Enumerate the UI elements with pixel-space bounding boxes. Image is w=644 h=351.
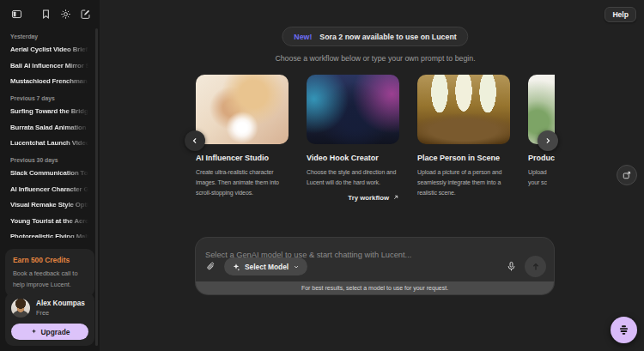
workflow-card-place-person-in-scene[interactable]: Place Person in Scene Upload a picture o… [417, 75, 510, 202]
history-item[interactable]: Aerial Cyclist Video Brief [10, 45, 91, 53]
sparkle-icon [30, 328, 38, 336]
select-model-dropdown[interactable]: Select Model [224, 257, 307, 275]
workflow-description: Create ultra-realistic character images.… [196, 167, 289, 197]
model-sparkle-icon [232, 263, 240, 271]
composer-hint: For best results, select a model to use … [196, 281, 554, 294]
history-item[interactable]: Visual Remake Style Options [10, 201, 91, 209]
chevron-down-icon [293, 263, 300, 270]
arrow-up-icon [531, 262, 541, 272]
history-section-label: Previous 30 days [10, 157, 91, 163]
history-item[interactable]: Bali AI Influencer Mirror Selfie [10, 62, 91, 70]
bookmark-icon [40, 9, 52, 20]
workflow-title: AI Influencer Studio [196, 154, 289, 162]
page-subtitle: Choose a workflow below or type your own… [196, 54, 555, 63]
composer-toolbar: Select Model [204, 256, 546, 277]
popout-button[interactable] [617, 165, 637, 185]
composer-input-area: Select Model [196, 238, 554, 281]
upgrade-label: Upgrade [41, 328, 70, 336]
attach-file-button[interactable] [204, 261, 216, 273]
content-column: New! Sora 2 now available to use on Luce… [196, 0, 555, 351]
history-item[interactable]: Lucentchat Launch Video Fra [10, 139, 91, 147]
carousel-next-button[interactable] [538, 130, 558, 151]
workflow-card-video-hook-creator[interactable]: Video Hook Creator Choose the style and … [307, 75, 399, 202]
earn-credits-title: Earn 500 Credits [13, 256, 87, 264]
new-badge: New! [294, 33, 312, 41]
announcement-text: Sora 2 now available to use on Lucent [319, 33, 456, 41]
history-item[interactable]: Surfing Toward the Bridge [10, 107, 91, 115]
history-item[interactable]: Young Tourist at the Acropoli [10, 217, 91, 225]
main-area: Help New! Sora 2 now available to use on… [100, 0, 644, 351]
announcement-banner[interactable]: New! Sora 2 now available to use on Luce… [282, 27, 468, 46]
sidebar-toggle-button[interactable] [10, 8, 22, 20]
select-model-label: Select Model [245, 263, 289, 271]
history-item[interactable]: Photorealistic Flying Maltese [10, 233, 91, 238]
voice-input-button[interactable] [505, 261, 517, 273]
try-workflow-label: Try workflow [348, 194, 389, 202]
workflow-description: Upload your sc [528, 167, 555, 188]
workflow-card-ai-influencer-studio[interactable]: AI Influencer Studio Create ultra-realis… [196, 75, 289, 202]
new-chat-button[interactable] [79, 8, 91, 20]
paperclip-icon [205, 261, 216, 272]
workflow-image-video-hook [307, 75, 399, 144]
chevron-left-icon [191, 136, 199, 145]
carousel-prev-button[interactable] [185, 130, 205, 151]
try-workflow-link[interactable]: Try workflow [307, 194, 399, 202]
workflow-description: Upload a picture of a person and seamles… [417, 167, 510, 197]
chat-history-list: Yesterday Aerial Cyclist Video Brief Bal… [0, 23, 100, 238]
sidebar-scrollbar[interactable] [95, 28, 98, 346]
avatar [11, 299, 30, 318]
workflow-title: Produc [528, 154, 555, 162]
external-link-icon [622, 170, 632, 180]
upgrade-button[interactable]: Upgrade [11, 324, 88, 340]
workflow-title: Place Person in Scene [417, 154, 510, 162]
chevron-right-icon [544, 136, 552, 145]
bookmarks-button[interactable] [39, 8, 52, 20]
workflow-image-influencer [196, 75, 289, 144]
sidebar-header [0, 0, 100, 23]
carousel-track: AI Influencer Studio Create ultra-realis… [196, 75, 555, 202]
history-item[interactable]: Burrata Salad Animation Requ [10, 124, 91, 131]
support-chat-button[interactable] [611, 317, 637, 343]
help-button[interactable]: Help [605, 7, 636, 22]
send-button[interactable] [525, 256, 546, 277]
carousel-viewport: AI Influencer Studio Create ultra-realis… [196, 75, 555, 214]
workflow-carousel: AI Influencer Studio Create ultra-realis… [196, 75, 555, 214]
theme-toggle-button[interactable] [59, 8, 71, 20]
history-item[interactable]: Slack Communication Tool La [10, 169, 91, 177]
user-name: Alex Koumpas [36, 300, 85, 307]
arrow-up-right-icon [392, 194, 399, 201]
earn-credits-card[interactable]: Earn 500 Credits Book a feedback call to… [5, 249, 94, 297]
sidebar: Yesterday Aerial Cyclist Video Brief Bal… [0, 0, 100, 351]
workflow-title: Video Hook Creator [307, 154, 399, 162]
history-item[interactable]: AI Influencer Character Gene [10, 185, 91, 193]
panel-toggle-icon [11, 9, 22, 20]
workflow-image-scene [417, 75, 510, 144]
waveform-logo-icon [617, 323, 631, 337]
earn-credits-body: Book a feedback call to help improve Luc… [13, 269, 87, 290]
history-section-label: Previous 7 days [10, 95, 91, 101]
chat-composer: Select Model For best results, select a … [196, 238, 554, 294]
compose-icon [80, 9, 91, 20]
user-card[interactable]: Alex Koumpas Free Upgrade [5, 293, 94, 346]
user-plan-badge: Free [36, 309, 85, 317]
sun-icon [60, 9, 71, 20]
history-section-label: Yesterday [10, 33, 91, 39]
microphone-icon [506, 261, 517, 272]
workflow-description: Choose the style and direction and Lucen… [307, 167, 399, 188]
history-item[interactable]: Mustachioed Frenchman at Ti [10, 77, 91, 85]
